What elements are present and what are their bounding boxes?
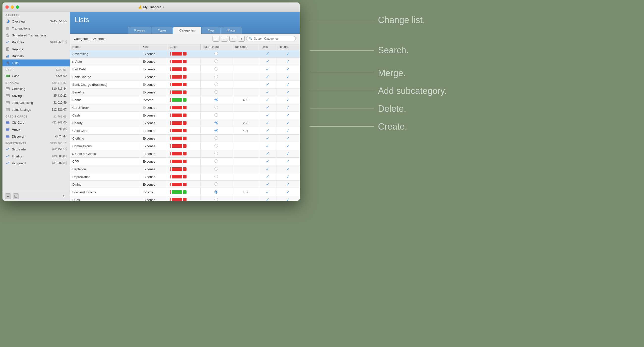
- cell-reports[interactable]: ✓: [276, 96, 300, 104]
- tab-payees[interactable]: Payees: [128, 27, 151, 34]
- cell-reports[interactable]: ✓: [276, 58, 300, 66]
- cell-lists[interactable]: ✓: [259, 150, 276, 158]
- cell-lists[interactable]: ✓: [259, 50, 276, 58]
- cell-tax-related[interactable]: [200, 58, 232, 66]
- tab-tags[interactable]: Tags: [202, 27, 221, 34]
- sidebar-item-vanguard[interactable]: Vanguard $31,202.60: [2, 160, 70, 167]
- cell-reports[interactable]: ✓: [276, 173, 300, 181]
- table-row[interactable]: Dividend IncomeIncome 452✓✓: [70, 188, 300, 196]
- maximize-button[interactable]: [16, 6, 19, 9]
- sidebar-item-joint-savings[interactable]: Joint Savings $12,321.67: [2, 106, 70, 113]
- sidebar-item-reports[interactable]: Reports: [2, 46, 70, 53]
- sidebar-item-savings[interactable]: Savings $5,430.22: [2, 92, 70, 99]
- cell-reports[interactable]: ✓: [276, 150, 300, 158]
- add-subcategory-button[interactable]: ⬇: [238, 36, 245, 42]
- table-row[interactable]: CPPExpense ✓✓: [70, 158, 300, 165]
- cell-lists[interactable]: ✓: [259, 173, 276, 181]
- cell-tax-related[interactable]: [200, 142, 232, 150]
- sidebar-item-joint-checking[interactable]: Joint Checking $1,010.49: [2, 99, 70, 106]
- sidebar-item-cash[interactable]: Cash $525.00: [2, 72, 70, 79]
- refresh-button[interactable]: ↻: [61, 193, 67, 199]
- cell-lists[interactable]: ✓: [259, 89, 276, 96]
- table-row[interactable]: AdvertisingExpense ✓✓: [70, 50, 300, 58]
- cell-lists[interactable]: ✓: [259, 119, 276, 127]
- table-row[interactable]: Child CareExpense 401✓✓: [70, 127, 300, 135]
- cell-tax-related[interactable]: [200, 165, 232, 173]
- cell-reports[interactable]: ✓: [276, 104, 300, 112]
- tab-flags[interactable]: Flags: [221, 27, 242, 34]
- remove-category-button[interactable]: −: [221, 36, 228, 42]
- add-category-button[interactable]: +: [212, 36, 220, 42]
- minimize-button[interactable]: [11, 6, 14, 9]
- cell-tax-related[interactable]: [200, 181, 232, 188]
- sidebar-item-transactions[interactable]: Transactions: [2, 25, 70, 32]
- cell-reports[interactable]: ✓: [276, 188, 300, 196]
- cell-reports[interactable]: ✓: [276, 81, 300, 89]
- cell-tax-related[interactable]: [200, 135, 232, 142]
- cell-reports[interactable]: ✓: [276, 112, 300, 119]
- cell-lists[interactable]: ✓: [259, 73, 276, 81]
- search-input[interactable]: [254, 37, 288, 40]
- cell-lists[interactable]: ✓: [259, 81, 276, 89]
- table-row[interactable]: DepletionExpense ✓✓: [70, 165, 300, 173]
- table-row[interactable]: CommissionsExpense ✓✓: [70, 142, 300, 150]
- add-account-button[interactable]: +: [5, 193, 11, 199]
- cell-reports[interactable]: ✓: [276, 73, 300, 81]
- cell-tax-related[interactable]: [200, 188, 232, 196]
- cell-tax-related[interactable]: [200, 158, 232, 165]
- cell-reports[interactable]: ✓: [276, 127, 300, 135]
- cell-lists[interactable]: ✓: [259, 142, 276, 150]
- edit-account-button[interactable]: [13, 193, 19, 199]
- table-row[interactable]: Bank Charge (Business)Expense ✓✓: [70, 81, 300, 89]
- cell-reports[interactable]: ✓: [276, 135, 300, 142]
- sidebar-item-lists[interactable]: Lists: [2, 60, 70, 67]
- sidebar-item-amex[interactable]: Amex $0.00: [2, 126, 70, 133]
- cell-tax-related[interactable]: [200, 89, 232, 96]
- sidebar-item-discover[interactable]: Discover -$523.44: [2, 133, 70, 140]
- cell-lists[interactable]: ✓: [259, 58, 276, 66]
- cell-reports[interactable]: ✓: [276, 119, 300, 127]
- cell-reports[interactable]: ✓: [276, 196, 300, 201]
- cell-tax-related[interactable]: [200, 66, 232, 73]
- table-row[interactable]: CharityExpense 230✓✓: [70, 119, 300, 127]
- table-row[interactable]: Bad DebtExpense ✓✓: [70, 66, 300, 73]
- cell-lists[interactable]: ✓: [259, 135, 276, 142]
- cell-reports[interactable]: ✓: [276, 89, 300, 96]
- cell-tax-related[interactable]: [200, 50, 232, 58]
- table-row[interactable]: BenefitsExpense ✓✓: [70, 89, 300, 96]
- table-row[interactable]: ▶AutoExpense ✓✓: [70, 58, 300, 66]
- cell-tax-related[interactable]: [200, 127, 232, 135]
- table-row[interactable]: BonusIncome 460✓✓: [70, 96, 300, 104]
- sidebar-item-fidelity[interactable]: Fidelity $39,906.00: [2, 153, 70, 160]
- table-row[interactable]: ▶Cost of GoodsExpense ✓✓: [70, 150, 300, 158]
- table-row[interactable]: Bank ChargeExpense ✓✓: [70, 73, 300, 81]
- cell-lists[interactable]: ✓: [259, 165, 276, 173]
- cell-tax-related[interactable]: [200, 104, 232, 112]
- cell-tax-related[interactable]: [200, 96, 232, 104]
- sidebar-item-citi[interactable]: Citi Card -$1,242.65: [2, 119, 70, 126]
- cell-lists[interactable]: ✓: [259, 112, 276, 119]
- cell-lists[interactable]: ✓: [259, 188, 276, 196]
- table-row[interactable]: Car & TruckExpense ✓✓: [70, 104, 300, 112]
- sidebar-item-scottrade[interactable]: Scottrade $62,151.50: [2, 146, 70, 153]
- cell-reports[interactable]: ✓: [276, 165, 300, 173]
- cell-lists[interactable]: ✓: [259, 127, 276, 135]
- cell-lists[interactable]: ✓: [259, 181, 276, 188]
- cell-reports[interactable]: ✓: [276, 142, 300, 150]
- tab-categories[interactable]: Categories: [173, 27, 201, 34]
- cell-tax-related[interactable]: [200, 73, 232, 81]
- cell-reports[interactable]: ✓: [276, 66, 300, 73]
- table-row[interactable]: CashExpense ✓✓: [70, 112, 300, 119]
- cell-lists[interactable]: ✓: [259, 96, 276, 104]
- sidebar-item-checking[interactable]: Checking $10,813.44: [2, 85, 70, 92]
- cell-reports[interactable]: ✓: [276, 158, 300, 165]
- tab-types[interactable]: Types: [152, 27, 173, 34]
- table-row[interactable]: DiningExpense ✓✓: [70, 181, 300, 188]
- cell-reports[interactable]: ✓: [276, 50, 300, 58]
- sidebar-item-scheduled[interactable]: Scheduled Transactions: [2, 32, 70, 39]
- cell-tax-related[interactable]: [200, 81, 232, 89]
- table-row[interactable]: DepreciationExpense ✓✓: [70, 173, 300, 181]
- sidebar-item-budgets[interactable]: Budgets: [2, 53, 70, 60]
- sidebar-item-overview[interactable]: Overview $245,351.50: [2, 18, 70, 25]
- cell-tax-related[interactable]: [200, 119, 232, 127]
